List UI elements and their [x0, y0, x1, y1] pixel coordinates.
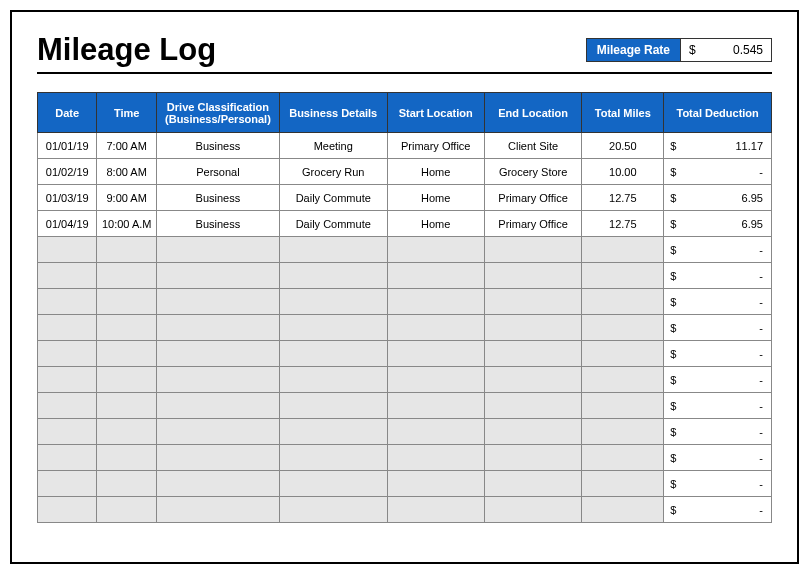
cell-time[interactable] [97, 315, 156, 341]
cell-start[interactable] [387, 237, 484, 263]
cell-date[interactable] [38, 263, 97, 289]
cell-deduction[interactable]: $6.95 [664, 185, 772, 211]
cell-classification[interactable] [156, 471, 279, 497]
cell-classification[interactable] [156, 237, 279, 263]
cell-date[interactable]: 01/04/19 [38, 211, 97, 237]
cell-classification[interactable]: Business [156, 185, 279, 211]
cell-classification[interactable] [156, 445, 279, 471]
cell-miles[interactable] [582, 367, 664, 393]
cell-details[interactable] [279, 471, 387, 497]
cell-date[interactable] [38, 471, 97, 497]
cell-end[interactable]: Grocery Store [484, 159, 581, 185]
cell-start[interactable]: Home [387, 185, 484, 211]
cell-end[interactable]: Primary Office [484, 185, 581, 211]
cell-end[interactable] [484, 445, 581, 471]
cell-miles[interactable] [582, 445, 664, 471]
cell-time[interactable] [97, 263, 156, 289]
cell-miles[interactable]: 12.75 [582, 211, 664, 237]
cell-details[interactable] [279, 289, 387, 315]
cell-deduction[interactable]: $- [664, 367, 772, 393]
cell-time[interactable] [97, 367, 156, 393]
mileage-rate-value[interactable]: $ 0.545 [681, 39, 771, 61]
cell-time[interactable]: 8:00 AM [97, 159, 156, 185]
cell-date[interactable]: 01/02/19 [38, 159, 97, 185]
cell-deduction[interactable]: $- [664, 341, 772, 367]
cell-classification[interactable]: Business [156, 133, 279, 159]
cell-details[interactable] [279, 445, 387, 471]
cell-miles[interactable] [582, 471, 664, 497]
cell-classification[interactable] [156, 419, 279, 445]
cell-miles[interactable] [582, 315, 664, 341]
cell-time[interactable] [97, 419, 156, 445]
cell-deduction[interactable]: $- [664, 445, 772, 471]
cell-time[interactable] [97, 445, 156, 471]
cell-deduction[interactable]: $- [664, 497, 772, 523]
cell-end[interactable] [484, 289, 581, 315]
cell-start[interactable]: Home [387, 211, 484, 237]
cell-classification[interactable]: Personal [156, 159, 279, 185]
cell-time[interactable]: 9:00 AM [97, 185, 156, 211]
cell-miles[interactable] [582, 419, 664, 445]
cell-start[interactable] [387, 471, 484, 497]
cell-details[interactable]: Daily Commute [279, 185, 387, 211]
cell-end[interactable] [484, 471, 581, 497]
cell-end[interactable] [484, 341, 581, 367]
cell-end[interactable] [484, 393, 581, 419]
cell-details[interactable] [279, 419, 387, 445]
cell-end[interactable]: Client Site [484, 133, 581, 159]
cell-classification[interactable] [156, 367, 279, 393]
cell-date[interactable] [38, 367, 97, 393]
cell-start[interactable] [387, 367, 484, 393]
cell-start[interactable] [387, 289, 484, 315]
cell-date[interactable] [38, 237, 97, 263]
cell-details[interactable] [279, 315, 387, 341]
cell-deduction[interactable]: $- [664, 263, 772, 289]
cell-details[interactable] [279, 237, 387, 263]
cell-time[interactable] [97, 341, 156, 367]
cell-deduction[interactable]: $- [664, 159, 772, 185]
cell-date[interactable] [38, 419, 97, 445]
cell-deduction[interactable]: $6.95 [664, 211, 772, 237]
cell-miles[interactable]: 10.00 [582, 159, 664, 185]
cell-start[interactable] [387, 419, 484, 445]
cell-end[interactable] [484, 419, 581, 445]
cell-details[interactable] [279, 367, 387, 393]
cell-deduction[interactable]: $11.17 [664, 133, 772, 159]
cell-details[interactable] [279, 263, 387, 289]
cell-start[interactable] [387, 315, 484, 341]
cell-miles[interactable]: 20.50 [582, 133, 664, 159]
cell-start[interactable] [387, 263, 484, 289]
cell-time[interactable] [97, 393, 156, 419]
cell-classification[interactable] [156, 497, 279, 523]
cell-deduction[interactable]: $- [664, 393, 772, 419]
cell-end[interactable] [484, 367, 581, 393]
cell-deduction[interactable]: $- [664, 237, 772, 263]
cell-details[interactable] [279, 341, 387, 367]
cell-miles[interactable] [582, 497, 664, 523]
cell-classification[interactable] [156, 289, 279, 315]
cell-miles[interactable]: 12.75 [582, 185, 664, 211]
cell-start[interactable] [387, 393, 484, 419]
cell-end[interactable]: Primary Office [484, 211, 581, 237]
cell-miles[interactable] [582, 263, 664, 289]
cell-deduction[interactable]: $- [664, 419, 772, 445]
cell-miles[interactable] [582, 341, 664, 367]
cell-details[interactable]: Daily Commute [279, 211, 387, 237]
cell-date[interactable] [38, 315, 97, 341]
cell-classification[interactable] [156, 393, 279, 419]
cell-classification[interactable] [156, 263, 279, 289]
cell-date[interactable]: 01/03/19 [38, 185, 97, 211]
cell-classification[interactable] [156, 341, 279, 367]
cell-end[interactable] [484, 315, 581, 341]
cell-time[interactable]: 7:00 AM [97, 133, 156, 159]
cell-details[interactable]: Meeting [279, 133, 387, 159]
cell-miles[interactable] [582, 289, 664, 315]
cell-deduction[interactable]: $- [664, 471, 772, 497]
cell-details[interactable] [279, 393, 387, 419]
cell-time[interactable] [97, 237, 156, 263]
cell-date[interactable] [38, 393, 97, 419]
cell-end[interactable] [484, 263, 581, 289]
cell-miles[interactable] [582, 393, 664, 419]
cell-date[interactable] [38, 445, 97, 471]
cell-miles[interactable] [582, 237, 664, 263]
